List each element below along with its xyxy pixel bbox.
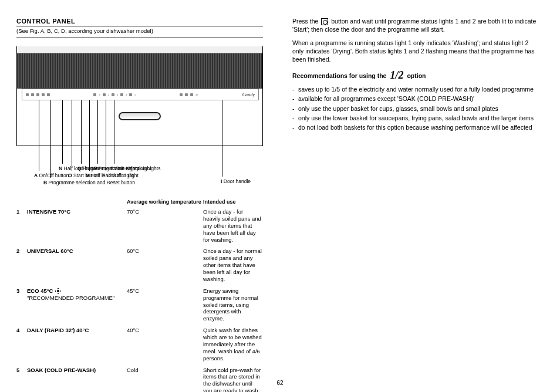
controls-illustration: 1 2 3 4 5 32' Candy	[16, 46, 263, 146]
paragraph: When a programme is running status light…	[292, 39, 539, 63]
sun-icon	[55, 288, 61, 294]
door-handle-graphic	[119, 112, 161, 120]
table-row: 4 DAILY (RAPID 32') 40°C 40°C Quick wash…	[16, 327, 263, 361]
table-row: 2 UNIVERSAL 60°C 60°C Once a day - for n…	[16, 248, 263, 282]
recommendations-title: Recommendations for using the 1/2 option	[292, 69, 539, 82]
table-row: 3 ECO 45°C "RECOMMENDED PROGRAMME" 45°C …	[16, 288, 263, 322]
start-button-icon	[321, 18, 328, 25]
brand-logo: Candy	[242, 92, 255, 97]
table-row: 5 SOAK (COLD PRE-WASH) Cold Short cold p…	[16, 367, 263, 393]
control-bar: 1 2 3 4 5 32' Candy	[22, 89, 259, 100]
half-load-icon: 1/2	[390, 69, 403, 82]
table-row: 1 INTENSIVE 70°C 70°C Once a day - for h…	[16, 208, 263, 243]
programme-table: Average working temperature Intended use…	[16, 199, 263, 392]
callout-labels: I Door handle A On/Off button B Programm…	[16, 146, 263, 187]
panel-subtitle: (See Fig. A, B, C, D, according your dis…	[16, 28, 263, 38]
recommendations-list: -saves up to 1/5 of the electricity and …	[292, 85, 539, 131]
panel-title: CONTROL PANEL	[16, 18, 263, 26]
paragraph: Press the button and wait until programm…	[292, 18, 539, 33]
page-number: 62	[276, 380, 283, 386]
